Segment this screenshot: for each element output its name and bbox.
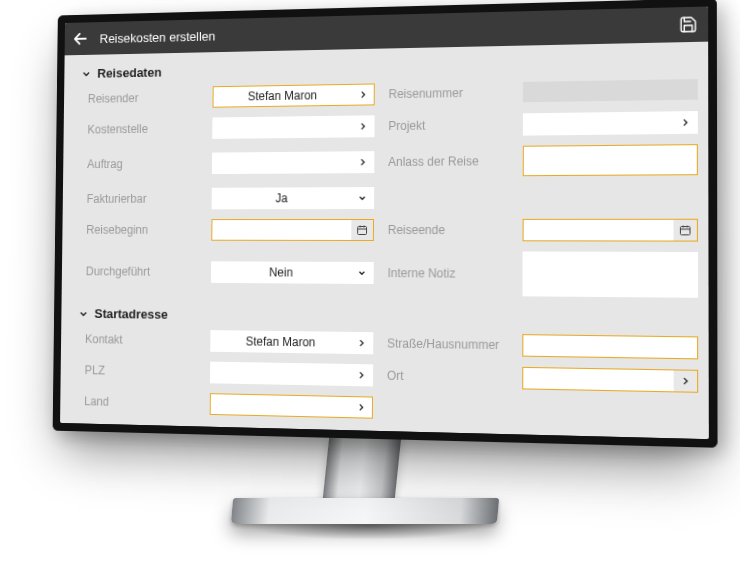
field-kostenstelle[interactable] bbox=[212, 115, 374, 139]
input-kontakt[interactable] bbox=[211, 331, 350, 353]
label-reisender: Reisender bbox=[88, 90, 200, 105]
field-reisender[interactable] bbox=[213, 83, 375, 107]
field-plz[interactable] bbox=[210, 362, 373, 387]
chevron-right-icon[interactable] bbox=[350, 397, 372, 418]
label-durchgefuehrt: Durchgeführt bbox=[86, 265, 198, 279]
label-strasse: Straße/Hausnummer bbox=[387, 336, 508, 352]
field-land[interactable] bbox=[210, 393, 373, 419]
field-projekt[interactable] bbox=[523, 111, 698, 136]
field-reiseende[interactable] bbox=[523, 219, 698, 242]
input-projekt[interactable] bbox=[524, 112, 674, 134]
label-anlass: Anlass der Reise bbox=[388, 154, 508, 169]
label-kostenstelle: Kostenstelle bbox=[87, 122, 199, 137]
section-heading: Startadresse bbox=[94, 306, 168, 321]
input-plz[interactable] bbox=[211, 363, 351, 385]
svg-rect-1 bbox=[358, 226, 367, 234]
field-auftrag[interactable] bbox=[212, 151, 374, 174]
label-land: Land bbox=[84, 394, 196, 410]
chevron-right-icon[interactable] bbox=[351, 333, 373, 353]
app-screen: Reisekosten erstellen Reisedaten Reisend… bbox=[60, 7, 709, 440]
field-kontakt[interactable] bbox=[210, 330, 373, 354]
field-anlass[interactable] bbox=[523, 144, 698, 176]
label-plz: PLZ bbox=[85, 363, 197, 379]
calendar-icon[interactable] bbox=[351, 220, 373, 240]
chevron-down-icon[interactable] bbox=[351, 188, 373, 208]
label-ort: Ort bbox=[387, 369, 508, 385]
textarea-notiz[interactable] bbox=[523, 252, 697, 296]
field-reisenummer bbox=[523, 79, 698, 102]
input-land[interactable] bbox=[211, 394, 351, 417]
page-title: Reisekosten erstellen bbox=[99, 17, 666, 45]
label-reisebeginn: Reisebeginn bbox=[86, 223, 198, 237]
input-kostenstelle[interactable] bbox=[213, 117, 352, 138]
label-auftrag: Auftrag bbox=[87, 157, 199, 171]
chevron-down-icon bbox=[78, 308, 89, 320]
select-durchgefuehrt[interactable] bbox=[212, 262, 351, 283]
section-heading: Zieladresse bbox=[93, 426, 160, 439]
chevron-down-icon bbox=[81, 68, 92, 80]
input-reisebeginn[interactable] bbox=[212, 220, 351, 240]
chevron-right-icon[interactable] bbox=[352, 84, 374, 104]
section-heading: Reisedaten bbox=[97, 65, 161, 81]
field-strasse[interactable] bbox=[522, 334, 698, 359]
back-icon[interactable] bbox=[72, 30, 89, 48]
input-ort[interactable] bbox=[523, 368, 673, 391]
chevron-right-icon[interactable] bbox=[674, 370, 697, 391]
field-reisebeginn[interactable] bbox=[211, 219, 374, 241]
save-icon[interactable] bbox=[679, 15, 698, 34]
chevron-right-icon[interactable] bbox=[352, 152, 374, 172]
field-durchgefuehrt[interactable] bbox=[211, 261, 374, 284]
calendar-icon[interactable] bbox=[674, 220, 697, 241]
input-reisender[interactable] bbox=[214, 85, 353, 107]
label-reiseende: Reiseende bbox=[388, 223, 509, 237]
input-reiseende[interactable] bbox=[524, 220, 674, 241]
field-ort[interactable] bbox=[522, 367, 698, 393]
input-auftrag[interactable] bbox=[213, 152, 352, 173]
chevron-down-icon[interactable] bbox=[351, 263, 373, 283]
field-notiz[interactable] bbox=[522, 251, 698, 297]
label-notiz: Interne Notiz bbox=[388, 266, 509, 281]
label-fakturierbar: Fakturierbar bbox=[87, 192, 199, 206]
select-fakturierbar[interactable] bbox=[213, 188, 352, 208]
svg-rect-5 bbox=[680, 227, 690, 235]
monitor-frame: Reisekosten erstellen Reisedaten Reisend… bbox=[53, 0, 718, 448]
label-kontakt: Kontakt bbox=[85, 332, 197, 347]
form-content: Reisedaten Reisender Reisenummer Kostens… bbox=[60, 42, 709, 440]
chevron-right-icon[interactable] bbox=[350, 365, 372, 385]
chevron-right-icon[interactable] bbox=[673, 112, 696, 133]
label-reisenummer: Reisenummer bbox=[388, 85, 508, 101]
input-strasse[interactable] bbox=[523, 335, 697, 358]
label-projekt: Projekt bbox=[388, 118, 508, 133]
textarea-anlass[interactable] bbox=[524, 145, 697, 175]
chevron-down-icon bbox=[76, 427, 87, 439]
chevron-right-icon[interactable] bbox=[352, 116, 374, 136]
field-fakturierbar[interactable] bbox=[212, 187, 375, 209]
